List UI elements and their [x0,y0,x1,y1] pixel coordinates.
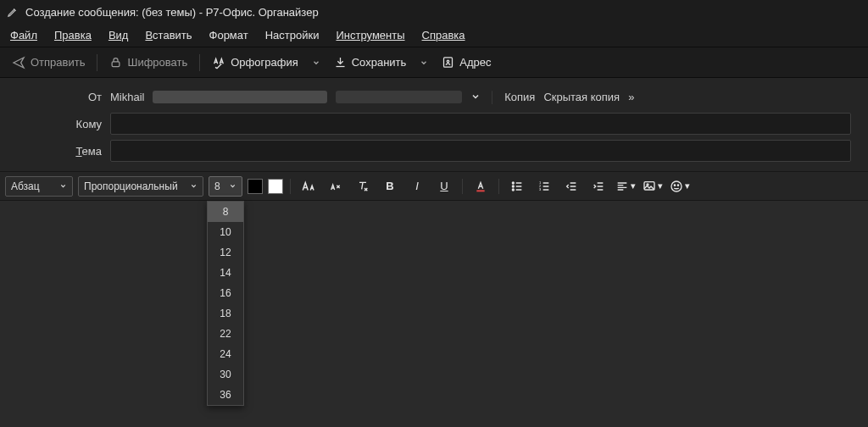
menu-file[interactable]: Файл [3,25,44,45]
separator [498,179,499,194]
svg-point-3 [512,182,514,184]
font-size-combo[interactable]: 8 [209,176,242,197]
bold-button[interactable]: B [379,176,401,197]
size-option[interactable]: 16 [208,283,243,303]
font-size-dec-button[interactable] [325,176,347,197]
menu-format[interactable]: Формат [203,25,255,45]
font-size-inc-button[interactable] [298,176,320,197]
message-body-editor[interactable]: 8 10 12 14 16 18 22 24 30 36 [0,201,868,427]
compose-icon [7,6,19,18]
menu-help[interactable]: Справка [415,25,472,45]
emoji-button[interactable]: ▾ [669,176,691,197]
indent-button[interactable] [587,176,609,197]
subject-row: Тема [17,137,851,164]
save-label: Сохранить [352,56,407,69]
svg-point-11 [671,181,682,191]
menu-view[interactable]: Вид [102,25,136,45]
underline-button[interactable]: U [433,176,455,197]
separator [290,179,291,194]
svg-text:3: 3 [539,187,542,191]
chevron-down-icon [229,182,236,190]
svg-rect-0 [113,62,120,67]
save-dropdown[interactable] [415,58,433,67]
from-label: От [17,91,102,103]
size-option[interactable]: 22 [208,324,243,344]
size-option[interactable]: 10 [208,222,243,242]
menubar: Файл Правка Вид Вставить Формат Настройк… [0,24,868,47]
size-option[interactable]: 14 [208,263,243,283]
window-title: Создание сообщения: (без темы) - Р7-Офис… [25,6,319,19]
from-redacted-2: xxxxxxxxxxxxxxxxxxxxxxx [336,91,463,103]
size-option[interactable]: 8 [208,202,243,222]
send-label: Отправить [31,56,85,69]
send-icon [12,56,25,69]
bg-color-swatch[interactable] [268,179,283,194]
chevron-down-icon: ▾ [631,180,636,191]
from-field[interactable]: Mikhail xxxxxxxx xxxxxxxxxxxxxxxxxxxxxxx… [110,91,851,103]
send-button[interactable]: Отправить [5,53,92,73]
subject-label: Тема [17,145,102,158]
expand-headers[interactable]: » [628,91,634,103]
to-row: Кому [17,110,851,137]
to-label: Кому [17,118,102,130]
titlebar: Создание сообщения: (без темы) - Р7-Офис… [0,0,868,24]
size-option[interactable]: 30 [208,364,243,385]
svg-point-13 [677,185,678,186]
chevron-down-icon [190,182,198,190]
toolbar-separator [97,54,97,71]
addressbook-icon [442,56,454,69]
paragraph-style-combo[interactable]: Абзац [5,176,73,197]
font-family-combo[interactable]: Пропорциональный [78,176,203,197]
chevron-down-icon[interactable] [470,92,481,102]
size-option[interactable]: 36 [208,385,243,405]
address-label: Адрес [459,56,491,69]
text-color-swatch[interactable] [248,179,263,194]
encrypt-label: Шифровать [127,56,187,69]
font-size-dropdown: 8 10 12 14 16 18 22 24 30 36 [207,201,244,406]
bcc-link[interactable]: Скрытая копия [543,91,620,103]
svg-point-4 [512,186,514,187]
separator [462,179,463,194]
download-icon [334,56,347,69]
font-color-button[interactable] [470,176,492,197]
svg-point-5 [512,189,514,191]
clear-formatting-button[interactable] [352,176,374,197]
subject-input[interactable] [110,140,851,162]
italic-button[interactable]: I [406,176,428,197]
format-toolbar: Абзац Пропорциональный 8 B I U 123 [0,172,868,201]
menu-settings[interactable]: Настройки [259,25,326,45]
to-input[interactable] [110,113,851,135]
spelling-icon [212,56,225,69]
separator: │ [489,91,496,103]
address-button[interactable]: Адрес [435,53,498,72]
size-option[interactable]: 24 [208,344,243,364]
menu-edit[interactable]: Правка [47,25,98,45]
from-redacted: xxxxxxxx xxxxxxxxxxxxxxxxxxxxxxx [153,91,326,103]
svg-point-2 [448,60,450,63]
chevron-down-icon: ▾ [685,180,690,191]
size-option[interactable]: 18 [208,303,243,324]
insert-image-button[interactable]: ▾ [642,176,664,197]
save-button[interactable]: Сохранить [327,53,414,72]
spelling-button[interactable]: Орфография [205,53,304,73]
chevron-down-icon [59,182,67,190]
chevron-down-icon: ▾ [658,180,663,191]
bullet-list-button[interactable] [506,176,528,197]
lock-icon [109,56,122,69]
from-row: От Mikhail xxxxxxxx xxxxxxxxxxxxxxxxxxxx… [17,83,851,110]
spelling-label: Орфография [231,56,298,69]
cc-link[interactable]: Копия [504,91,535,103]
align-button[interactable]: ▾ [615,176,637,197]
menu-tools[interactable]: Инструменты [329,25,411,45]
outdent-button[interactable] [560,176,582,197]
toolbar-separator [199,54,200,71]
spelling-dropdown[interactable] [307,58,326,67]
encrypt-button[interactable]: Шифровать [103,53,194,72]
message-headers: От Mikhail xxxxxxxx xxxxxxxxxxxxxxxxxxxx… [0,78,868,172]
toolbar: Отправить Шифровать Орфография Сохранить… [0,47,868,78]
from-name: Mikhail [110,91,144,103]
size-option[interactable]: 12 [208,242,243,263]
menu-insert[interactable]: Вставить [138,25,198,45]
svg-point-12 [674,185,675,186]
numbered-list-button[interactable]: 123 [533,176,555,197]
